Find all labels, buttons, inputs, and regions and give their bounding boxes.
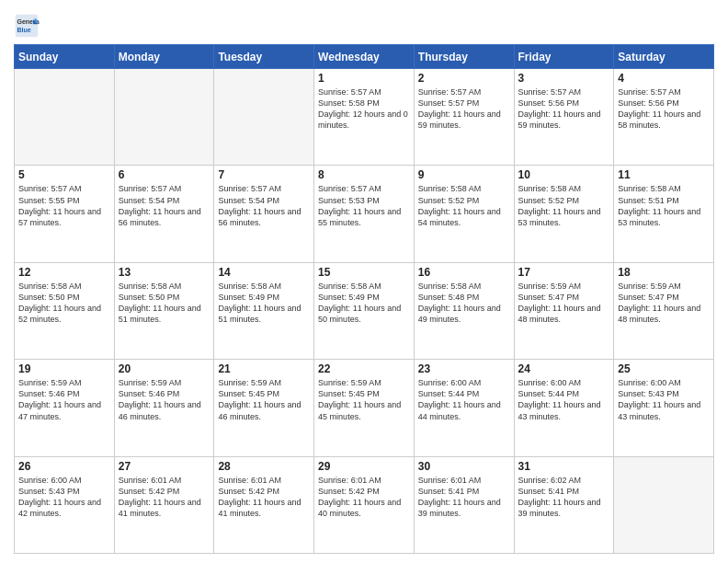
calendar-cell: 12Sunrise: 5:58 AM Sunset: 5:50 PM Dayli… — [15, 262, 115, 359]
cell-info: Sunrise: 6:01 AM Sunset: 5:42 PM Dayligh… — [119, 475, 210, 520]
calendar-cell: 21Sunrise: 5:59 AM Sunset: 5:45 PM Dayli… — [214, 360, 314, 456]
day-number: 29 — [318, 460, 410, 473]
calendar-cell: 23Sunrise: 6:00 AM Sunset: 5:44 PM Dayli… — [414, 360, 514, 456]
day-number: 8 — [318, 168, 410, 181]
week-row-2: 5Sunrise: 5:57 AM Sunset: 5:55 PM Daylig… — [15, 166, 714, 262]
header: General Blue — [14, 9, 714, 39]
cell-info: Sunrise: 5:58 AM Sunset: 5:50 PM Dayligh… — [119, 281, 210, 326]
week-row-1: 1Sunrise: 5:57 AM Sunset: 5:58 PM Daylig… — [15, 69, 714, 166]
header-row: SundayMondayTuesdayWednesdayThursdayFrid… — [15, 45, 714, 69]
day-number: 3 — [518, 72, 610, 85]
cell-info: Sunrise: 5:57 AM Sunset: 5:57 PM Dayligh… — [418, 86, 510, 132]
cell-info: Sunrise: 5:59 AM Sunset: 5:47 PM Dayligh… — [618, 281, 710, 326]
cell-info: Sunrise: 5:59 AM Sunset: 5:45 PM Dayligh… — [218, 377, 310, 422]
day-header-monday: Monday — [114, 45, 214, 69]
cell-info: Sunrise: 6:00 AM Sunset: 5:44 PM Dayligh… — [518, 377, 610, 422]
cell-info: Sunrise: 5:58 AM Sunset: 5:52 PM Dayligh… — [418, 183, 510, 228]
day-number: 4 — [618, 72, 710, 85]
day-number: 23 — [418, 362, 510, 375]
calendar-cell: 15Sunrise: 5:58 AM Sunset: 5:49 PM Dayli… — [314, 262, 415, 359]
cell-info: Sunrise: 6:01 AM Sunset: 5:41 PM Dayligh… — [418, 475, 510, 520]
day-number: 31 — [518, 460, 610, 473]
day-number: 12 — [18, 266, 110, 279]
calendar-cell: 2Sunrise: 5:57 AM Sunset: 5:57 PM Daylig… — [414, 69, 514, 166]
day-number: 7 — [218, 168, 310, 181]
day-number: 15 — [318, 266, 410, 279]
day-number: 21 — [218, 362, 310, 375]
calendar-cell: 7Sunrise: 5:57 AM Sunset: 5:54 PM Daylig… — [214, 166, 314, 262]
cell-info: Sunrise: 5:58 AM Sunset: 5:50 PM Dayligh… — [18, 281, 110, 326]
day-number: 25 — [618, 362, 710, 375]
cell-info: Sunrise: 5:57 AM Sunset: 5:58 PM Dayligh… — [318, 86, 410, 132]
calendar-cell: 26Sunrise: 6:00 AM Sunset: 5:43 PM Dayli… — [15, 456, 115, 553]
calendar-cell: 9Sunrise: 5:58 AM Sunset: 5:52 PM Daylig… — [414, 166, 514, 262]
day-number: 1 — [318, 72, 410, 85]
day-number: 18 — [618, 266, 710, 279]
day-number: 10 — [518, 168, 610, 181]
cell-info: Sunrise: 5:59 AM Sunset: 5:47 PM Dayligh… — [518, 281, 610, 326]
cell-info: Sunrise: 5:58 AM Sunset: 5:49 PM Dayligh… — [318, 281, 410, 326]
cell-info: Sunrise: 5:59 AM Sunset: 5:46 PM Dayligh… — [119, 377, 210, 422]
calendar-cell — [114, 69, 214, 166]
day-number: 22 — [318, 362, 410, 375]
calendar-cell — [15, 69, 115, 166]
calendar-cell: 16Sunrise: 5:58 AM Sunset: 5:48 PM Dayli… — [414, 262, 514, 359]
cell-info: Sunrise: 5:57 AM Sunset: 5:54 PM Dayligh… — [119, 183, 210, 228]
day-number: 30 — [418, 460, 510, 473]
calendar-cell: 18Sunrise: 5:59 AM Sunset: 5:47 PM Dayli… — [614, 262, 714, 359]
calendar-cell: 25Sunrise: 6:00 AM Sunset: 5:43 PM Dayli… — [614, 360, 714, 456]
calendar-cell: 8Sunrise: 5:57 AM Sunset: 5:53 PM Daylig… — [314, 166, 415, 262]
logo-icon: General Blue — [14, 13, 40, 39]
day-header-friday: Friday — [514, 45, 614, 69]
calendar-cell: 10Sunrise: 5:58 AM Sunset: 5:52 PM Dayli… — [514, 166, 614, 262]
day-header-tuesday: Tuesday — [214, 45, 314, 69]
calendar-cell: 14Sunrise: 5:58 AM Sunset: 5:49 PM Dayli… — [214, 262, 314, 359]
day-number: 11 — [618, 168, 710, 181]
day-number: 13 — [119, 266, 210, 279]
calendar-cell: 28Sunrise: 6:01 AM Sunset: 5:42 PM Dayli… — [214, 456, 314, 553]
logo: General Blue — [14, 13, 43, 39]
day-number: 20 — [119, 362, 210, 375]
cell-info: Sunrise: 5:58 AM Sunset: 5:52 PM Dayligh… — [518, 183, 610, 228]
day-number: 16 — [418, 266, 510, 279]
calendar-cell — [214, 69, 314, 166]
cell-info: Sunrise: 6:00 AM Sunset: 5:44 PM Dayligh… — [418, 377, 510, 422]
week-row-3: 12Sunrise: 5:58 AM Sunset: 5:50 PM Dayli… — [15, 262, 714, 359]
calendar-cell — [614, 456, 714, 553]
cell-info: Sunrise: 5:57 AM Sunset: 5:53 PM Dayligh… — [318, 183, 410, 228]
calendar-cell: 24Sunrise: 6:00 AM Sunset: 5:44 PM Dayli… — [514, 360, 614, 456]
day-header-saturday: Saturday — [614, 45, 714, 69]
calendar-cell: 22Sunrise: 5:59 AM Sunset: 5:45 PM Dayli… — [314, 360, 415, 456]
cell-info: Sunrise: 5:58 AM Sunset: 5:49 PM Dayligh… — [218, 281, 310, 326]
day-number: 26 — [18, 460, 110, 473]
calendar-cell: 6Sunrise: 5:57 AM Sunset: 5:54 PM Daylig… — [114, 166, 214, 262]
day-header-sunday: Sunday — [15, 45, 115, 69]
day-header-wednesday: Wednesday — [314, 45, 415, 69]
day-number: 24 — [518, 362, 610, 375]
calendar-cell: 5Sunrise: 5:57 AM Sunset: 5:55 PM Daylig… — [15, 166, 115, 262]
day-number: 5 — [18, 168, 110, 181]
calendar-cell: 13Sunrise: 5:58 AM Sunset: 5:50 PM Dayli… — [114, 262, 214, 359]
day-number: 19 — [18, 362, 110, 375]
calendar-cell: 3Sunrise: 5:57 AM Sunset: 5:56 PM Daylig… — [514, 69, 614, 166]
calendar-cell: 19Sunrise: 5:59 AM Sunset: 5:46 PM Dayli… — [15, 360, 115, 456]
cell-info: Sunrise: 6:00 AM Sunset: 5:43 PM Dayligh… — [18, 475, 110, 520]
cell-info: Sunrise: 5:57 AM Sunset: 5:54 PM Dayligh… — [218, 183, 310, 228]
day-number: 17 — [518, 266, 610, 279]
calendar-cell: 17Sunrise: 5:59 AM Sunset: 5:47 PM Dayli… — [514, 262, 614, 359]
calendar-header: SundayMondayTuesdayWednesdayThursdayFrid… — [15, 45, 714, 69]
day-number: 28 — [218, 460, 310, 473]
cell-info: Sunrise: 6:02 AM Sunset: 5:41 PM Dayligh… — [518, 475, 610, 520]
calendar-cell: 1Sunrise: 5:57 AM Sunset: 5:58 PM Daylig… — [314, 69, 415, 166]
day-number: 14 — [218, 266, 310, 279]
calendar-cell: 30Sunrise: 6:01 AM Sunset: 5:41 PM Dayli… — [414, 456, 514, 553]
day-number: 27 — [119, 460, 210, 473]
svg-text:Blue: Blue — [17, 27, 31, 33]
cell-info: Sunrise: 5:58 AM Sunset: 5:48 PM Dayligh… — [418, 281, 510, 326]
calendar-cell: 11Sunrise: 5:58 AM Sunset: 5:51 PM Dayli… — [614, 166, 714, 262]
calendar-cell: 4Sunrise: 5:57 AM Sunset: 5:56 PM Daylig… — [614, 69, 714, 166]
calendar-body: 1Sunrise: 5:57 AM Sunset: 5:58 PM Daylig… — [15, 69, 714, 554]
calendar-table: SundayMondayTuesdayWednesdayThursdayFrid… — [14, 44, 714, 554]
cell-info: Sunrise: 5:57 AM Sunset: 5:56 PM Dayligh… — [518, 86, 610, 132]
cell-info: Sunrise: 6:01 AM Sunset: 5:42 PM Dayligh… — [218, 475, 310, 520]
